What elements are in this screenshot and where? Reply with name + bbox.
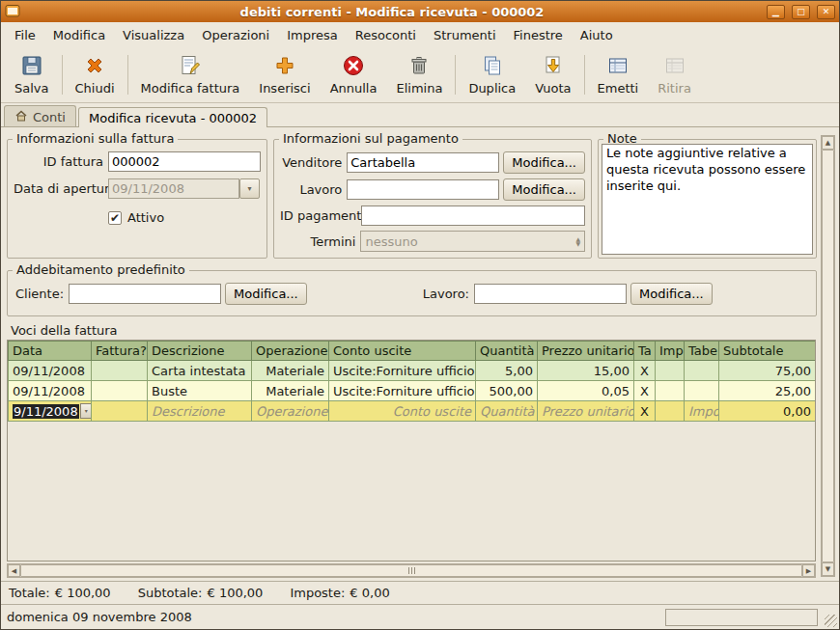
- cell-conto-edit[interactable]: Conto uscite: [329, 401, 476, 422]
- col-imp[interactable]: Imp: [656, 342, 685, 361]
- menu-aiuto[interactable]: Aiuto: [573, 25, 621, 45]
- chargeback-job-input[interactable]: [474, 284, 627, 304]
- enter-label: Inserisci: [259, 81, 310, 96]
- tab-modifica-ricevuta-label: Modifica ricevuta - 000002: [89, 111, 257, 125]
- post-button[interactable]: Emetti: [588, 49, 649, 100]
- cell-ta[interactable]: X: [634, 381, 656, 401]
- menu-resoconti[interactable]: Resoconti: [348, 25, 424, 45]
- cell-descrizione[interactable]: Buste: [148, 381, 252, 401]
- resize-grip[interactable]: [825, 615, 837, 627]
- menu-strumenti[interactable]: Strumenti: [426, 25, 504, 45]
- cell-imp[interactable]: [656, 361, 685, 381]
- vertical-scrollbar[interactable]: ▲ ▼: [821, 135, 835, 577]
- vendor-input[interactable]: [347, 152, 499, 173]
- customer-modify-button[interactable]: Modifica...: [225, 283, 307, 305]
- duplicate-button[interactable]: Duplica: [459, 49, 525, 100]
- cell-fattura[interactable]: [92, 381, 148, 401]
- active-checkbox[interactable]: ✔: [108, 211, 122, 225]
- cell-ta[interactable]: X: [634, 361, 656, 381]
- cell-tabe-edit[interactable]: Imposte: [685, 401, 719, 422]
- chargeback-job-modify-button[interactable]: Modifica...: [630, 283, 713, 305]
- payment-id-input[interactable]: [361, 205, 585, 226]
- cell-data[interactable]: 09/11/2008: [9, 381, 92, 401]
- cell-operazione-edit[interactable]: Operazione: [252, 401, 329, 422]
- date-picker-button[interactable]: ▾: [80, 403, 92, 419]
- job-input[interactable]: [347, 179, 499, 200]
- scroll-right-icon[interactable]: ▶: [802, 564, 815, 577]
- cell-imp[interactable]: [656, 381, 685, 401]
- register-viewport: Data Fattura? Descrizione Operazione Con…: [7, 340, 816, 562]
- invoice-id-input[interactable]: [108, 151, 261, 172]
- menu-modifica[interactable]: Modifica: [45, 25, 113, 45]
- cell-quantita[interactable]: 5,00: [476, 361, 538, 381]
- customer-input[interactable]: [69, 284, 221, 304]
- vendor-modify-button[interactable]: Modifica...: [503, 151, 585, 174]
- date-edit-value[interactable]: 9/11/2008: [13, 404, 79, 419]
- enter-button[interactable]: Inserisci: [249, 49, 320, 100]
- cell-imp-edit[interactable]: [656, 401, 685, 422]
- cancel-button[interactable]: Annulla: [321, 49, 387, 100]
- cell-data-edit[interactable]: 9/11/2008 ▾: [9, 401, 92, 422]
- scroll-down-icon[interactable]: ▼: [822, 562, 834, 576]
- col-fattura[interactable]: Fattura?: [92, 342, 148, 361]
- col-prezzo-unitario[interactable]: Prezzo unitario: [538, 342, 634, 361]
- scroll-up-icon[interactable]: ▲: [822, 136, 834, 150]
- menu-impresa[interactable]: Impresa: [279, 25, 346, 45]
- vertical-scroll-thumb[interactable]: [822, 150, 834, 562]
- cell-tabe[interactable]: [685, 381, 719, 401]
- cell-operazione[interactable]: Materiale: [252, 381, 329, 401]
- delete-button[interactable]: Elimina: [386, 49, 452, 100]
- job-modify-button[interactable]: Modifica...: [503, 178, 585, 201]
- blank-button[interactable]: Vuota: [525, 49, 580, 100]
- cell-tabe[interactable]: [685, 361, 719, 381]
- entry-row-2[interactable]: 09/11/2008 Buste Materiale Uscite:Fornit…: [9, 381, 816, 401]
- cell-fattura-edit[interactable]: [92, 401, 148, 422]
- col-conto-uscite[interactable]: Conto uscite: [329, 342, 476, 361]
- menu-file[interactable]: File: [7, 25, 43, 45]
- save-button[interactable]: Salva: [5, 49, 59, 100]
- edit-invoice-button[interactable]: Modifica fattura: [131, 49, 250, 100]
- cell-conto[interactable]: Uscite:Forniture ufficio: [329, 381, 476, 401]
- col-subtotale[interactable]: Subtotale: [719, 342, 816, 361]
- date-dropdown-button[interactable]: ▾: [239, 178, 260, 199]
- cell-operazione[interactable]: Materiale: [252, 361, 329, 381]
- cell-descrizione-edit[interactable]: Descrizione: [148, 401, 252, 422]
- menu-finestre[interactable]: Finestre: [506, 25, 571, 45]
- cell-subtotale-edit[interactable]: 0,00: [719, 401, 816, 422]
- cell-quantita[interactable]: 500,00: [476, 381, 538, 401]
- tab-modifica-ricevuta[interactable]: Modifica ricevuta - 000002: [78, 107, 267, 127]
- cell-prezzo[interactable]: 15,00: [538, 361, 634, 381]
- cell-data[interactable]: 09/11/2008: [9, 361, 92, 381]
- close-tab-button[interactable]: Chiudi: [66, 49, 125, 100]
- menu-visualizza[interactable]: Visualizza: [115, 25, 192, 45]
- col-descrizione[interactable]: Descrizione: [148, 342, 252, 361]
- horizontal-scrollbar[interactable]: ◀ ▶: [7, 563, 816, 578]
- horizontal-scroll-thumb[interactable]: [20, 564, 802, 577]
- cell-fattura[interactable]: [92, 361, 148, 381]
- col-ta[interactable]: Ta: [634, 342, 656, 361]
- close-window-button[interactable]: ✕: [817, 5, 835, 19]
- cell-subtotale[interactable]: 25,00: [719, 381, 816, 401]
- maximize-button[interactable]: □: [792, 5, 810, 19]
- entry-row-1[interactable]: 09/11/2008 Carta intestata Materiale Usc…: [9, 361, 816, 381]
- entry-edit-row[interactable]: 9/11/2008 ▾ Descrizione Operazione Conto…: [9, 401, 816, 422]
- notes-textarea[interactable]: Le note aggiuntive relative a questa ric…: [602, 144, 813, 255]
- invoice-info-frame: Informazioni sulla fattura ID fattura Da…: [7, 139, 267, 259]
- payment-info-frame: Informazioni sul pagamento Venditore Mod…: [273, 139, 592, 259]
- cell-conto[interactable]: Uscite:Forniture ufficio: [329, 361, 476, 381]
- col-operazione[interactable]: Operazione: [252, 342, 329, 361]
- cell-ta-edit[interactable]: X: [634, 401, 656, 422]
- cell-quantita-edit[interactable]: Quantità: [476, 401, 538, 422]
- cell-prezzo-edit[interactable]: Prezzo unitario: [538, 401, 634, 422]
- minimize-button[interactable]: ▁: [767, 5, 785, 19]
- cell-descrizione[interactable]: Carta intestata: [148, 361, 252, 381]
- cell-prezzo[interactable]: 0,05: [538, 381, 634, 401]
- tab-conti[interactable]: Conti: [4, 105, 76, 126]
- col-data[interactable]: Data: [9, 342, 92, 361]
- cell-subtotale[interactable]: 75,00: [719, 361, 816, 381]
- scroll-left-icon[interactable]: ◀: [8, 564, 20, 577]
- col-quantita[interactable]: Quantità: [476, 342, 538, 361]
- titlebar[interactable]: debiti correnti - Modifica ricevuta - 00…: [1, 1, 839, 22]
- menu-operazioni[interactable]: Operazioni: [194, 25, 277, 45]
- col-tabe[interactable]: Tabe: [685, 342, 719, 361]
